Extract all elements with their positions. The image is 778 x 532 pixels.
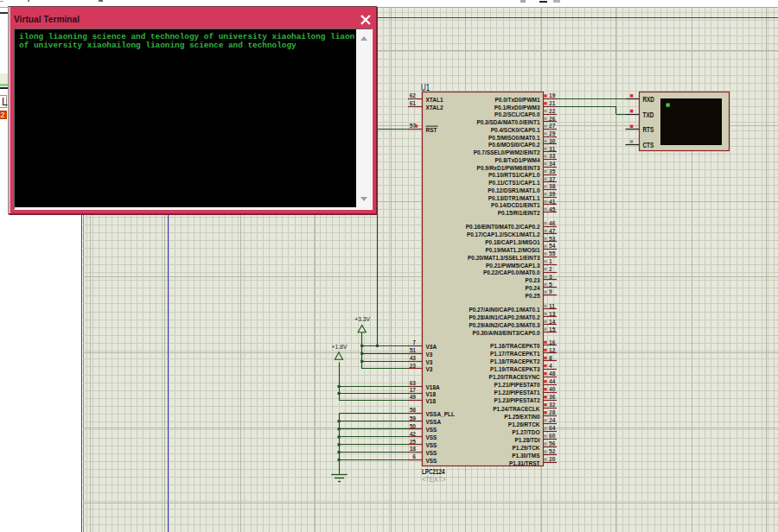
svg-text:50: 50 [410, 422, 417, 428]
svg-text:P0.5/MISO0/MAT0.1: P0.5/MISO0/MAT0.1 [488, 134, 540, 140]
svg-text:29: 29 [549, 130, 556, 136]
svg-text:P0.9/RxD1/PWM6/EINT3: P0.9/RxD1/PWM6/EINT3 [477, 164, 540, 170]
svg-text:VSSA_PLL: VSSA_PLL [426, 410, 455, 416]
svg-text:61: 61 [410, 100, 417, 106]
svg-text:P0.18/CAP1.3/MISO1: P0.18/CAP1.3/MISO1 [485, 239, 539, 245]
svg-text:35: 35 [549, 168, 556, 174]
svg-text:VSSA: VSSA [426, 419, 442, 425]
svg-text:55: 55 [549, 250, 556, 256]
svg-text:40: 40 [549, 386, 556, 392]
svg-text:P1.25/EXTIN0: P1.25/EXTIN0 [504, 413, 539, 419]
svg-text:48: 48 [549, 370, 556, 377]
svg-text:P0.19/MAT1.2/MOSI1: P0.19/MAT1.2/MOSI1 [485, 247, 539, 253]
svg-text:P1.27/TDO: P1.27/TDO [512, 428, 540, 434]
svg-text:P0.28/AIN1/CAP0.2/MAT0.2: P0.28/AIN1/CAP0.2/MAT0.2 [469, 314, 539, 320]
svg-text:7: 7 [412, 339, 416, 345]
svg-text:47: 47 [549, 227, 556, 233]
svg-text:P1.23/PIPESTAT2: P1.23/PIPESTAT2 [494, 397, 540, 403]
svg-text:4: 4 [549, 363, 552, 369]
svg-text:P0.6/MOSI0/CAP0.2: P0.6/MOSI0/CAP0.2 [488, 142, 540, 148]
svg-text:U1: U1 [421, 82, 430, 92]
svg-text:P1.22/PIPESTAT1: P1.22/PIPESTAT1 [494, 390, 540, 396]
svg-text:V3A: V3A [426, 343, 437, 349]
svg-text:25: 25 [410, 438, 417, 444]
svg-text:XTAL1: XTAL1 [426, 96, 443, 102]
svg-text:P0.1/RxD0/PWM3: P0.1/RxD0/PWM3 [494, 104, 540, 110]
svg-text:P1.20/TRACESYNC: P1.20/TRACESYNC [489, 374, 540, 380]
svg-text:58: 58 [410, 407, 417, 413]
svg-text:VSS: VSS [426, 457, 437, 463]
svg-text:51: 51 [410, 347, 417, 353]
svg-text:V18: V18 [426, 390, 437, 396]
svg-text:5: 5 [549, 281, 552, 287]
svg-text:62: 62 [410, 92, 417, 98]
svg-text:VSS: VSS [426, 434, 437, 440]
svg-text:V3: V3 [426, 366, 433, 372]
svg-text:54: 54 [549, 243, 556, 249]
svg-text:XTAL2: XTAL2 [426, 104, 443, 110]
svg-text:P1.21/PIPESTAT0: P1.21/PIPESTAT0 [494, 382, 540, 388]
svg-text:P0.24: P0.24 [526, 285, 540, 291]
svg-text:TXD: TXD [643, 111, 654, 119]
svg-text:P1.24/TRACECLK: P1.24/TRACECLK [493, 405, 539, 411]
svg-text:8: 8 [549, 355, 552, 361]
svg-text:P1.26/RTCK: P1.26/RTCK [508, 421, 540, 427]
svg-text:P0.10/RTS1/CAP1.0: P0.10/RTS1/CAP1.0 [488, 172, 540, 178]
svg-text:53: 53 [549, 235, 556, 241]
svg-text:41: 41 [549, 199, 556, 205]
svg-text:21: 21 [549, 100, 556, 106]
svg-text:P0.27/AIN0/CAP0.1/MAT0.1: P0.27/AIN0/CAP0.1/MAT0.1 [469, 307, 539, 313]
svg-text:2: 2 [549, 266, 552, 272]
svg-text:RTS: RTS [643, 125, 654, 134]
svg-text:18: 18 [410, 446, 417, 452]
svg-text:P0.23: P0.23 [526, 277, 540, 283]
svg-text:P1.16/TRACEPKT0: P1.16/TRACEPKT0 [490, 343, 540, 349]
svg-text:33: 33 [549, 153, 556, 159]
svg-text:17: 17 [410, 387, 417, 393]
svg-text:6: 6 [412, 453, 416, 459]
svg-text:42: 42 [410, 430, 417, 436]
svg-text:38: 38 [549, 183, 556, 189]
svg-text:P0.0/TxD0/PWM1: P0.0/TxD0/PWM1 [494, 96, 539, 102]
svg-text:P0.17/CAP1.2/SCK1/MAT1.2: P0.17/CAP1.2/SCK1/MAT1.2 [467, 231, 540, 238]
svg-text:11: 11 [549, 302, 555, 308]
svg-text:P0.29/AIN2/CAP0.3/MAT0.3: P0.29/AIN2/CAP0.3/MAT0.3 [469, 322, 539, 328]
svg-text:P0.11/CTS1/CAP1.1: P0.11/CTS1/CAP1.1 [488, 180, 539, 186]
svg-text:CTS: CTS [643, 141, 654, 149]
svg-text:28: 28 [549, 409, 556, 415]
svg-text:RST: RST [426, 126, 438, 132]
svg-text:VSS: VSS [426, 427, 437, 433]
svg-text:20: 20 [549, 456, 556, 462]
svg-text:32: 32 [549, 402, 556, 408]
svg-text:<TEXT>: <TEXT> [422, 475, 446, 483]
svg-text:V18A: V18A [426, 383, 440, 390]
svg-text:26: 26 [549, 115, 556, 121]
svg-text:23: 23 [410, 363, 417, 369]
svg-text:P0.4/SCK0/CAP0.1: P0.4/SCK0/CAP0.1 [491, 126, 540, 132]
svg-text:P0.8/TxD1/PWM4: P0.8/TxD1/PWM4 [494, 156, 539, 162]
svg-text:9: 9 [549, 288, 552, 294]
svg-text:13: 13 [549, 310, 556, 316]
svg-text:24: 24 [549, 417, 556, 423]
svg-text:46: 46 [549, 220, 556, 226]
svg-text:P0.30/AIN3/EINT3/CAP0.0: P0.30/AIN3/EINT3/CAP0.0 [473, 330, 540, 336]
svg-text:12: 12 [549, 346, 556, 352]
svg-text:34: 34 [549, 161, 556, 167]
svg-text:3: 3 [549, 274, 552, 280]
svg-text:52: 52 [549, 448, 556, 454]
svg-text:44: 44 [549, 378, 556, 384]
svg-text:V3: V3 [426, 358, 433, 364]
svg-text:P0.13/DTR1/MAT1.1: P0.13/DTR1/MAT1.1 [488, 194, 540, 200]
svg-text:P0.12/DSR1/MAT1.0: P0.12/DSR1/MAT1.0 [488, 187, 539, 193]
svg-text:39: 39 [549, 191, 556, 197]
svg-text:P1.18/TRACEPKT2: P1.18/TRACEPKT2 [490, 358, 540, 364]
svg-text:P0.15/RI1/EINT2: P0.15/RI1/EINT2 [498, 210, 540, 216]
svg-text:P1.31/TRST: P1.31/TRST [509, 459, 540, 466]
svg-text:49: 49 [410, 394, 417, 400]
svg-text:45: 45 [549, 206, 556, 212]
svg-text:P0.22/CAP0.0/MAT0.0: P0.22/CAP0.0/MAT0.0 [483, 269, 540, 276]
svg-text:36: 36 [549, 394, 556, 400]
svg-text:P1.17/TRACEPKT1: P1.17/TRACEPKT1 [490, 351, 540, 357]
svg-text:P0.20/MAT1.3/SSEL1/EINT3: P0.20/MAT1.3/SSEL1/EINT3 [468, 254, 540, 260]
svg-text:15: 15 [549, 326, 556, 332]
